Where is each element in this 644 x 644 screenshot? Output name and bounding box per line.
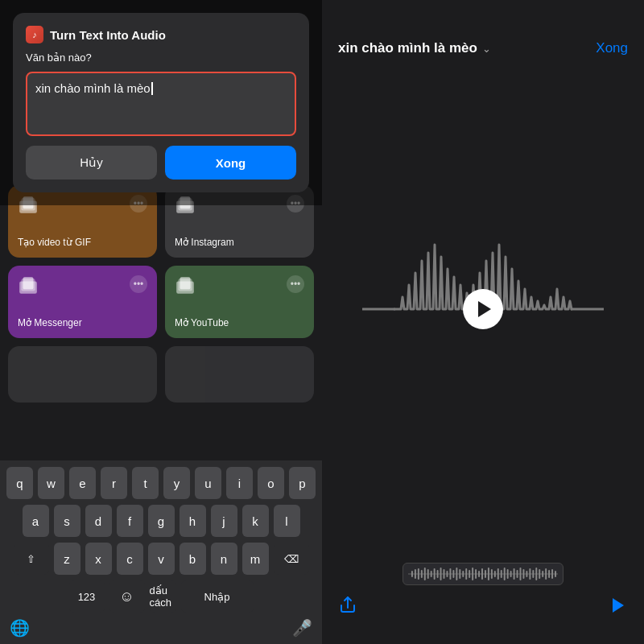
- app-icon: [26, 26, 43, 43]
- svg-rect-41: [494, 571, 496, 577]
- shortcuts-row-2: ••• Mở Messenger ••• Mở YouTube: [8, 266, 314, 338]
- key-b[interactable]: b: [180, 543, 206, 575]
- svg-rect-34: [472, 568, 473, 580]
- key-123[interactable]: 123: [69, 580, 105, 613]
- share-button[interactable]: [338, 596, 357, 620]
- key-x[interactable]: x: [85, 543, 112, 575]
- svg-rect-22: [434, 568, 436, 580]
- shortcut-messenger[interactable]: ••• Mở Messenger: [8, 266, 157, 338]
- key-q[interactable]: q: [6, 467, 33, 499]
- key-w[interactable]: w: [38, 467, 64, 499]
- key-return[interactable]: Nhập: [181, 580, 254, 613]
- svg-rect-60: [555, 571, 556, 577]
- key-f[interactable]: f: [117, 505, 143, 537]
- key-m[interactable]: m: [242, 543, 269, 575]
- more-button[interactable]: •••: [130, 275, 147, 293]
- key-r[interactable]: r: [101, 467, 127, 499]
- play-button[interactable]: [463, 289, 503, 329]
- card-label: Mở Messenger: [18, 317, 147, 328]
- key-v[interactable]: v: [148, 543, 175, 575]
- shortcut-partial-2: [165, 346, 314, 402]
- key-e[interactable]: e: [69, 467, 96, 499]
- right-panel: xin chào mình là mèo ⌄ Xong: [322, 0, 644, 644]
- dialog-title: Turn Text Into Audio: [50, 28, 166, 42]
- key-space[interactable]: dấu cách: [150, 580, 176, 613]
- stack-icon: [18, 275, 39, 296]
- dialog-header: Turn Text Into Audio: [26, 26, 296, 43]
- key-a[interactable]: a: [23, 505, 49, 537]
- svg-rect-39: [488, 568, 489, 580]
- key-u[interactable]: u: [195, 467, 221, 499]
- svg-rect-40: [491, 569, 493, 579]
- svg-rect-18: [421, 570, 423, 578]
- svg-rect-46: [510, 571, 512, 577]
- key-shift[interactable]: ⇧: [14, 543, 49, 575]
- key-row-2: a s d f g h j k l: [3, 505, 319, 537]
- shortcut-youtube[interactable]: ••• Mở YouTube: [165, 266, 314, 338]
- done-button[interactable]: Xong: [596, 40, 628, 56]
- card-top: •••: [175, 275, 304, 296]
- key-s[interactable]: s: [54, 505, 80, 537]
- svg-rect-59: [551, 569, 553, 579]
- key-o[interactable]: o: [258, 467, 284, 499]
- key-i[interactable]: i: [226, 467, 253, 499]
- chevron-down-icon[interactable]: ⌄: [482, 43, 491, 55]
- key-c[interactable]: c: [117, 543, 143, 575]
- svg-rect-31: [462, 571, 464, 577]
- svg-rect-30: [459, 569, 460, 579]
- key-g[interactable]: g: [148, 505, 175, 537]
- key-t[interactable]: t: [132, 467, 159, 499]
- play-right-button[interactable]: [609, 596, 628, 620]
- key-j[interactable]: j: [211, 505, 237, 537]
- svg-rect-49: [520, 568, 522, 580]
- svg-rect-51: [526, 571, 527, 577]
- card-label: Tạo video từ GIF: [18, 237, 147, 248]
- svg-rect-29: [456, 568, 457, 580]
- svg-rect-33: [469, 570, 470, 578]
- svg-rect-58: [548, 570, 550, 578]
- playback-row: [338, 596, 628, 620]
- svg-rect-27: [449, 568, 451, 580]
- bottom-bar: 🌐 🎤: [3, 618, 319, 641]
- svg-rect-16: [415, 569, 416, 579]
- svg-rect-47: [514, 568, 515, 580]
- svg-rect-32: [465, 568, 467, 580]
- more-button[interactable]: •••: [287, 275, 304, 293]
- svg-rect-23: [437, 570, 439, 578]
- svg-rect-43: [501, 570, 502, 578]
- key-backspace[interactable]: ⌫: [274, 543, 309, 575]
- dialog-buttons: Hủy Xong: [26, 146, 296, 180]
- left-panel: Turn Text Into Audio Văn bản nào? xin ch…: [0, 0, 322, 644]
- svg-rect-57: [545, 568, 547, 580]
- confirm-button[interactable]: Xong: [165, 146, 296, 180]
- key-l[interactable]: l: [274, 505, 300, 537]
- svg-rect-8: [23, 277, 34, 289]
- svg-rect-15: [411, 571, 413, 577]
- key-z[interactable]: z: [54, 543, 80, 575]
- key-row-1: q w e r t y u i o p: [3, 467, 319, 499]
- svg-rect-44: [504, 568, 506, 580]
- key-h[interactable]: h: [180, 505, 206, 537]
- key-d[interactable]: d: [85, 505, 112, 537]
- shortcut-partial-1: [8, 346, 157, 402]
- key-n[interactable]: n: [211, 543, 237, 575]
- svg-rect-17: [418, 568, 419, 580]
- card-top: •••: [18, 275, 147, 296]
- bottom-controls: [322, 554, 644, 644]
- key-k[interactable]: k: [242, 505, 269, 537]
- key-p[interactable]: p: [289, 467, 316, 499]
- card-label: Mở Instagram: [175, 237, 304, 248]
- keyboard: q w e r t y u i o p a s d f g h j k l ⇧ …: [0, 460, 322, 644]
- cancel-button[interactable]: Hủy: [26, 146, 157, 180]
- key-emoji[interactable]: ☺: [109, 580, 145, 613]
- text-input-area[interactable]: xin chào mình là mèo: [26, 72, 296, 136]
- dialog-overlay: Turn Text Into Audio Văn bản nào? xin ch…: [0, 0, 322, 205]
- globe-icon[interactable]: 🌐: [10, 618, 30, 638]
- mic-icon[interactable]: 🎤: [292, 618, 312, 638]
- dialog-question: Văn bản nào?: [26, 52, 296, 64]
- dialog-box: Turn Text Into Audio Văn bản nào? xin ch…: [13, 13, 309, 192]
- svg-rect-35: [475, 569, 477, 579]
- text-input-content: xin chào mình là mèo: [35, 81, 151, 95]
- key-y[interactable]: y: [163, 467, 190, 499]
- svg-rect-36: [478, 571, 480, 577]
